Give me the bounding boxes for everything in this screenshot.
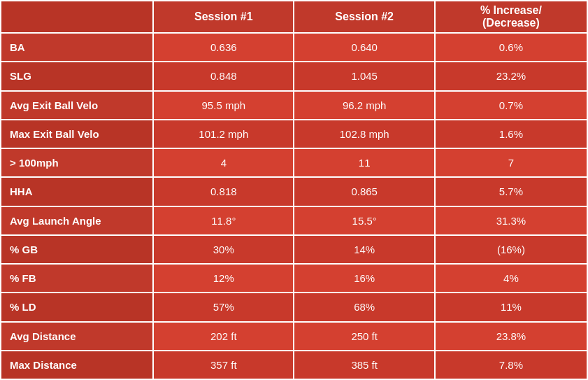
- row-label: BA: [1, 33, 153, 62]
- row-session2-value: 0.865: [294, 177, 434, 206]
- row-label: HHA: [1, 177, 153, 206]
- row-session2-value: 385 ft: [294, 351, 434, 379]
- table-row: > 100mph4117: [1, 148, 587, 177]
- table-row: HHA0.8180.8655.7%: [1, 177, 587, 206]
- row-session1-value: 57%: [153, 293, 294, 321]
- row-label: % GB: [1, 235, 153, 264]
- row-session1-value: 0.818: [153, 177, 294, 206]
- table-row: Avg Distance202 ft250 ft23.8%: [1, 322, 587, 351]
- row-label: Avg Distance: [1, 322, 153, 351]
- table-row: Avg Launch Angle11.8°15.5°31.3%: [1, 206, 587, 235]
- row-pct-value: 4%: [435, 264, 587, 293]
- table-container: Session #1 Session #2 % Increase/(Decrea…: [0, 0, 588, 380]
- row-session1-value: 95.5 mph: [153, 91, 294, 120]
- row-label: SLG: [1, 62, 153, 90]
- row-session1-value: 357 ft: [153, 351, 294, 379]
- row-session2-value: 15.5°: [294, 206, 434, 235]
- row-pct-value: (16%): [435, 235, 587, 264]
- table-row: Avg Exit Ball Velo95.5 mph96.2 mph0.7%: [1, 91, 587, 120]
- row-pct-value: 5.7%: [435, 177, 587, 206]
- row-label: Max Distance: [1, 351, 153, 379]
- table-row: SLG0.8481.04523.2%: [1, 62, 587, 90]
- table-row: % GB30%14%(16%): [1, 235, 587, 264]
- row-label: % FB: [1, 264, 153, 293]
- row-pct-value: 31.3%: [435, 206, 587, 235]
- row-session1-value: 12%: [153, 264, 294, 293]
- row-pct-value: 11%: [435, 293, 587, 321]
- stats-table: Session #1 Session #2 % Increase/(Decrea…: [0, 0, 588, 380]
- table-row: Max Distance357 ft385 ft7.8%: [1, 351, 587, 379]
- table-row: Max Exit Ball Velo101.2 mph102.8 mph1.6%: [1, 120, 587, 148]
- row-session1-value: 101.2 mph: [153, 120, 294, 148]
- row-pct-value: 0.6%: [435, 33, 587, 62]
- table-row: BA0.6360.6400.6%: [1, 33, 587, 62]
- row-pct-value: 0.7%: [435, 91, 587, 120]
- row-pct-value: 7.8%: [435, 351, 587, 379]
- row-pct-value: 23.2%: [435, 62, 587, 90]
- row-session2-value: 68%: [294, 293, 434, 321]
- row-session1-value: 30%: [153, 235, 294, 264]
- header-session2: Session #2: [294, 1, 434, 33]
- row-label: > 100mph: [1, 148, 153, 177]
- row-label: Avg Launch Angle: [1, 206, 153, 235]
- row-session1-value: 11.8°: [153, 206, 294, 235]
- row-session2-value: 14%: [294, 235, 434, 264]
- row-label: % LD: [1, 293, 153, 321]
- row-session1-value: 0.848: [153, 62, 294, 90]
- row-session2-value: 1.045: [294, 62, 434, 90]
- header-pct: % Increase/(Decrease): [435, 1, 587, 33]
- row-session2-value: 11: [294, 148, 434, 177]
- row-label: Max Exit Ball Velo: [1, 120, 153, 148]
- row-pct-value: 7: [435, 148, 587, 177]
- table-row: % FB12%16%4%: [1, 264, 587, 293]
- row-pct-value: 1.6%: [435, 120, 587, 148]
- row-pct-value: 23.8%: [435, 322, 587, 351]
- row-session2-value: 0.640: [294, 33, 434, 62]
- row-session1-value: 4: [153, 148, 294, 177]
- header-session1: Session #1: [153, 1, 294, 33]
- row-session1-value: 0.636: [153, 33, 294, 62]
- row-session1-value: 202 ft: [153, 322, 294, 351]
- row-session2-value: 96.2 mph: [294, 91, 434, 120]
- row-label: Avg Exit Ball Velo: [1, 91, 153, 120]
- row-session2-value: 16%: [294, 264, 434, 293]
- row-session2-value: 102.8 mph: [294, 120, 434, 148]
- table-row: % LD57%68%11%: [1, 293, 587, 321]
- header-label-col: [1, 1, 153, 33]
- row-session2-value: 250 ft: [294, 322, 434, 351]
